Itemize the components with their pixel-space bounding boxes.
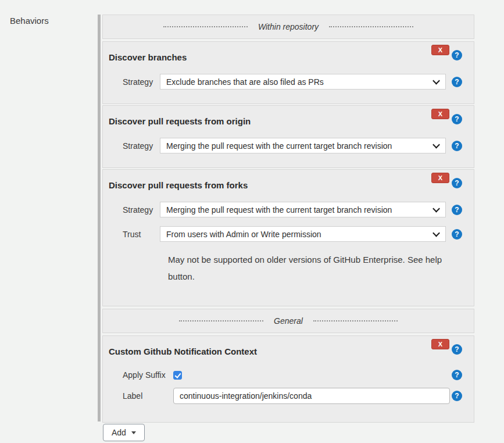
- divider-label: General: [274, 316, 303, 326]
- trust-select[interactable]: From users with Admin or Write permissio…: [160, 226, 446, 242]
- divider-dotted-line: [163, 26, 248, 27]
- caret-down-icon: [131, 431, 136, 434]
- apply-suffix-label: Apply Suffix: [123, 370, 173, 380]
- behavior-title: Custom Github Notification Context: [109, 346, 474, 356]
- strategy-select-wrap: Merging the pull request with the curren…: [160, 138, 446, 153]
- help-icon[interactable]: ?: [452, 50, 462, 60]
- behavior-custom-github-notification-context: X ? Custom Github Notification Context A…: [102, 335, 474, 423]
- behaviors-section-label: Behaviors: [10, 16, 49, 26]
- divider-dotted-line: [179, 320, 263, 321]
- help-icon[interactable]: ?: [452, 178, 462, 188]
- trust-select-wrap: From users with Admin or Write permissio…: [160, 226, 446, 242]
- strategy-select[interactable]: Merging the pull request with the curren…: [160, 138, 446, 153]
- help-icon[interactable]: ?: [452, 114, 462, 124]
- add-button-label: Add: [112, 428, 126, 437]
- strategy-select-wrap: Exclude branches that are also filed as …: [160, 74, 446, 90]
- behaviors-drag-strip: [98, 15, 101, 421]
- behavior-title: Discover pull requests from forks: [109, 180, 474, 190]
- behavior-title: Discover pull requests from origin: [109, 116, 474, 126]
- strategy-row: Strategy Merging the pull request with t…: [123, 202, 474, 217]
- divider-label: Within repository: [258, 22, 319, 31]
- label-row: Label ?: [123, 388, 474, 404]
- remove-behavior-button[interactable]: X: [431, 339, 449, 349]
- forks-support-note: May not be supported on older versions o…: [168, 251, 459, 285]
- behavior-discover-pr-origin: X ? Discover pull requests from origin S…: [102, 105, 474, 168]
- behaviors-panel-stack: Within repository X ? Discover branches …: [102, 15, 474, 423]
- help-icon[interactable]: ?: [452, 141, 462, 151]
- remove-behavior-button[interactable]: X: [431, 45, 449, 55]
- strategy-label: Strategy: [123, 77, 160, 87]
- remove-behavior-button[interactable]: X: [431, 109, 449, 119]
- strategy-select[interactable]: Exclude branches that are also filed as …: [160, 74, 446, 90]
- strategy-row: Strategy Merging the pull request with t…: [123, 138, 474, 153]
- notification-label-input[interactable]: [173, 388, 450, 404]
- strategy-label: Strategy: [123, 141, 160, 151]
- strategy-select-wrap: Merging the pull request with the curren…: [160, 202, 446, 217]
- help-icon[interactable]: ?: [452, 370, 462, 380]
- help-icon[interactable]: ?: [452, 391, 462, 401]
- trust-label: Trust: [123, 230, 160, 239]
- behavior-discover-branches: X ? Discover branches Strategy Exclude b…: [102, 41, 474, 104]
- strategy-label: Strategy: [123, 205, 160, 215]
- apply-suffix-row: Apply Suffix ?: [123, 370, 474, 380]
- divider-dotted-line: [313, 320, 398, 321]
- divider-general: General: [102, 309, 474, 333]
- help-icon[interactable]: ?: [452, 229, 462, 240]
- help-icon[interactable]: ?: [452, 344, 462, 355]
- strategy-row: Strategy Exclude branches that are also …: [123, 74, 474, 90]
- divider-dotted-line: [329, 26, 413, 27]
- help-icon[interactable]: ?: [452, 205, 462, 215]
- behavior-discover-pr-forks: X ? Discover pull requests from forks St…: [102, 169, 474, 306]
- divider-within-repository: Within repository: [102, 15, 474, 39]
- strategy-select[interactable]: Merging the pull request with the curren…: [160, 202, 446, 217]
- behavior-title: Discover branches: [109, 52, 474, 62]
- help-icon[interactable]: ?: [452, 77, 462, 87]
- label-field-label: Label: [123, 391, 173, 401]
- trust-row: Trust From users with Admin or Write per…: [123, 226, 474, 242]
- remove-behavior-button[interactable]: X: [431, 173, 449, 183]
- add-behavior-button[interactable]: Add: [103, 424, 145, 441]
- apply-suffix-checkbox[interactable]: [173, 371, 182, 380]
